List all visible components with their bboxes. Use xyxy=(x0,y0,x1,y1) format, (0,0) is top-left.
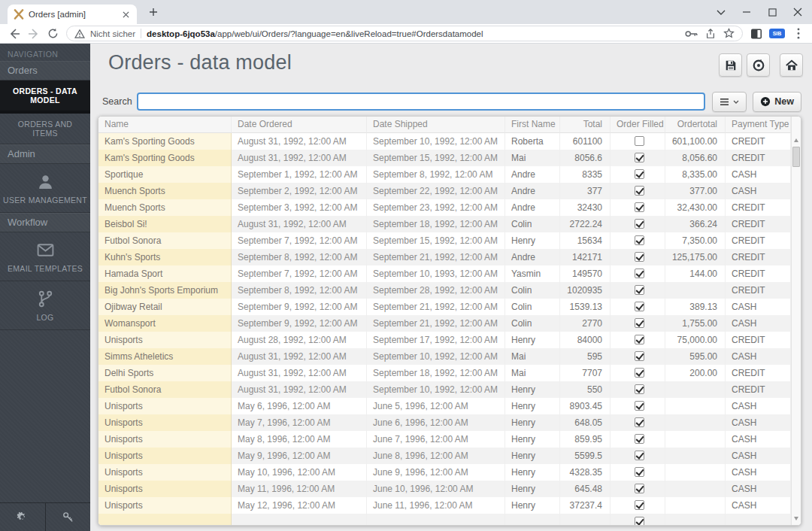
column-header-first_name[interactable]: First Name xyxy=(505,117,560,133)
order-filled-checkbox[interactable] xyxy=(635,484,644,493)
table-row[interactable]: Kuhn's SportsSeptember 8, 1992, 12:00 AM… xyxy=(98,249,791,266)
table-row[interactable]: Delhi SportsAugust 31, 1992, 12:00 AMSep… xyxy=(98,365,791,381)
table-row[interactable]: Beisbol Si!August 31, 1992, 12:00 AMSept… xyxy=(98,216,791,232)
back-icon[interactable] xyxy=(8,27,20,40)
order-filled-checkbox[interactable] xyxy=(635,235,644,245)
table-cell-payment_type: CASH xyxy=(726,464,791,481)
table-row[interactable]: SportiqueSeptember 1, 1992, 12:00 AMSept… xyxy=(98,166,791,183)
sidebar-item-email-templates[interactable]: EMAIL TEMPLATES xyxy=(0,232,90,281)
url-text[interactable]: desktop-6jqo53a/app/web/ui/Orders/?langu… xyxy=(147,29,680,38)
order-filled-checkbox[interactable] xyxy=(635,434,644,444)
order-filled-checkbox[interactable] xyxy=(635,169,644,179)
order-filled-checkbox[interactable] xyxy=(635,451,644,460)
column-header-order_filled[interactable]: Order Filled xyxy=(611,117,665,133)
table-row[interactable]: Hamada SportSeptember 7, 1992, 12:00 AMS… xyxy=(98,266,791,282)
window-close-button[interactable] xyxy=(785,0,810,24)
page-title: Orders - data model xyxy=(108,51,292,74)
table-row[interactable]: Muench SportsSeptember 2, 1992, 12:00 AM… xyxy=(98,183,791,199)
order-filled-checkbox[interactable] xyxy=(635,153,644,162)
side-panel-icon[interactable] xyxy=(750,27,762,40)
order-filled-checkbox[interactable] xyxy=(635,500,644,510)
column-header-ordertotal[interactable]: Ordertotal xyxy=(665,117,726,133)
gear-footer-button[interactable] xyxy=(0,503,46,531)
reload-icon[interactable] xyxy=(47,27,59,40)
table-row[interactable]: UnisportsMay 12, 1996, 12:00 AMJune 11, … xyxy=(98,497,791,514)
order-filled-checkbox[interactable] xyxy=(635,219,644,229)
table-row[interactable]: UnisportsMay 11, 1996, 12:00 AMJune 10, … xyxy=(98,481,791,497)
column-header-total[interactable]: Total xyxy=(560,117,611,133)
sidebar-item-label: LOG xyxy=(3,313,87,322)
table-row[interactable]: UnisportsMay 8, 1996, 12:00 AMJune 7, 19… xyxy=(98,431,791,448)
window-minimize-button[interactable] xyxy=(734,0,759,24)
forward-icon[interactable] xyxy=(27,27,40,40)
table-row[interactable]: UnisportsMay 6, 1996, 12:00 AMJune 5, 19… xyxy=(98,398,791,414)
order-filled-checkbox[interactable] xyxy=(635,318,644,328)
sidebar-item-orders-and-items[interactable]: ORDERS AND ITEMS xyxy=(0,114,90,144)
table-row[interactable] xyxy=(98,514,791,525)
table-cell-order_filled xyxy=(611,166,665,183)
search-label: Search xyxy=(102,96,132,107)
order-filled-checkbox[interactable] xyxy=(635,351,644,361)
table-row[interactable]: Simms AtheleticsAugust 31, 1992, 12:00 A… xyxy=(98,348,791,365)
table-row[interactable]: UnisportsMay 9, 1996, 12:00 AMJune 8, 19… xyxy=(98,448,791,464)
scrollbar-thumb[interactable] xyxy=(792,147,800,167)
url-omnibox[interactable]: Nicht sicher desktop-6jqo53a/app/web/ui/… xyxy=(66,26,743,41)
home-button[interactable] xyxy=(780,53,803,77)
order-filled-checkbox[interactable] xyxy=(635,252,644,262)
scrollbar-down-arrow-icon[interactable] xyxy=(794,517,798,520)
table-row[interactable]: Futbol SonoraSeptember 7, 1992, 12:00 AM… xyxy=(98,232,791,249)
browser-tab[interactable]: Orders [admin] xyxy=(8,5,137,24)
window-maximize-button[interactable] xyxy=(759,0,785,24)
history-button[interactable] xyxy=(747,53,770,77)
column-header-payment_type[interactable]: Payment Type xyxy=(726,117,791,133)
table-row[interactable]: Kam's Sporting GoodsAugust 31, 1992, 12:… xyxy=(98,133,791,150)
table-row[interactable]: Big John's Sports EmporiumSeptember 8, 1… xyxy=(98,282,791,299)
grid-menu-button[interactable] xyxy=(712,92,747,112)
new-button[interactable]: New xyxy=(753,92,801,112)
sidebar-item-user-management[interactable]: USER MANAGEMENT xyxy=(0,164,90,213)
table-row[interactable]: Kam's Sporting GoodsAugust 31, 1992, 12:… xyxy=(98,150,791,166)
table-row[interactable]: UnisportsAugust 28, 1992, 12:00 AMSeptem… xyxy=(98,332,791,348)
order-filled-checkbox[interactable] xyxy=(635,136,644,146)
share-icon[interactable] xyxy=(705,29,716,39)
column-header-name[interactable]: Name xyxy=(98,117,232,133)
table-row[interactable]: UnisportsMay 7, 1996, 12:00 AMJune 6, 19… xyxy=(98,414,791,431)
extension-badge[interactable]: SIB xyxy=(769,29,785,38)
table-row[interactable]: Muench SportsSeptember 3, 1992, 12:00 AM… xyxy=(98,199,791,216)
order-filled-checkbox[interactable] xyxy=(635,384,644,394)
table-row[interactable]: Ojibway RetailSeptember 9, 1992, 12:00 A… xyxy=(98,299,791,315)
save-button[interactable] xyxy=(719,53,742,77)
order-filled-checkbox[interactable] xyxy=(635,517,644,525)
table-cell-date_ordered: September 8, 1992, 12:00 AM xyxy=(232,282,367,299)
order-filled-checkbox[interactable] xyxy=(635,186,644,196)
window-chevron-icon[interactable] xyxy=(708,0,734,24)
order-filled-checkbox[interactable] xyxy=(635,335,644,344)
order-filled-checkbox[interactable] xyxy=(635,467,644,477)
order-filled-checkbox[interactable] xyxy=(635,368,644,378)
order-filled-checkbox[interactable] xyxy=(635,417,644,427)
search-input[interactable] xyxy=(137,93,706,111)
order-filled-checkbox[interactable] xyxy=(635,285,644,295)
scrollbar-up-arrow-icon[interactable] xyxy=(794,138,798,142)
column-header-date_shipped[interactable]: Date Shipped xyxy=(367,117,505,133)
app-favicon-x-icon xyxy=(14,9,24,20)
order-filled-checkbox[interactable] xyxy=(635,401,644,411)
order-filled-checkbox[interactable] xyxy=(635,302,644,311)
table-vertical-scrollbar[interactable] xyxy=(791,117,801,525)
table-row[interactable]: Futbol SonoraAugust 31, 1992, 12:00 AMSe… xyxy=(98,381,791,398)
browser-menu-dots-icon[interactable] xyxy=(792,27,804,40)
password-key-icon[interactable] xyxy=(685,30,698,38)
order-filled-checkbox[interactable] xyxy=(635,202,644,212)
column-header-date_ordered[interactable]: Date Ordered xyxy=(232,117,367,133)
sidebar-item-orders-data-model[interactable]: ORDERS - DATA MODEL xyxy=(0,80,90,114)
tab-close-icon[interactable] xyxy=(120,9,131,20)
order-filled-checkbox[interactable] xyxy=(635,269,644,278)
sidebar-caption: NAVIGATION xyxy=(0,44,90,61)
table-row[interactable]: WomansportSeptember 9, 1992, 12:00 AMSep… xyxy=(98,315,791,332)
security-label[interactable]: Nicht sicher xyxy=(90,29,135,38)
key-footer-button[interactable] xyxy=(46,503,91,531)
sidebar-item-log[interactable]: LOG xyxy=(0,281,90,330)
table-row[interactable]: UnisportsMay 10, 1996, 12:00 AMJune 9, 1… xyxy=(98,464,791,481)
new-tab-button[interactable] xyxy=(144,3,162,21)
bookmark-star-icon[interactable] xyxy=(723,28,735,39)
